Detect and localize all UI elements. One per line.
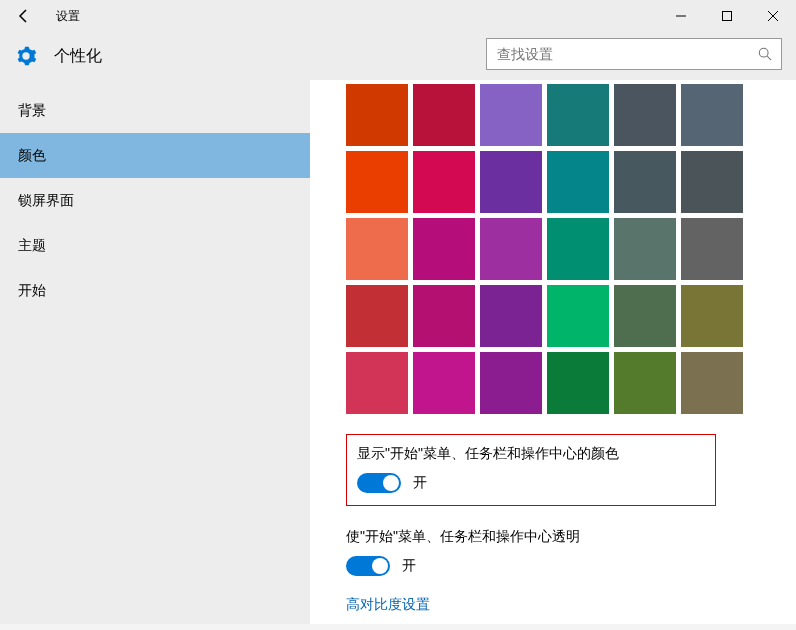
svg-line-5	[767, 56, 771, 60]
transparency-toggle[interactable]	[346, 556, 390, 576]
color-swatch-16[interactable]	[614, 218, 676, 280]
svg-rect-1	[723, 12, 732, 21]
color-swatch-24[interactable]	[346, 352, 408, 414]
bottom-edge	[0, 624, 796, 630]
color-swatch-10[interactable]	[614, 151, 676, 213]
search-box[interactable]	[486, 38, 782, 70]
maximize-button[interactable]	[704, 0, 750, 32]
color-swatch-19[interactable]	[413, 285, 475, 347]
color-swatch-25[interactable]	[413, 352, 475, 414]
color-swatch-3[interactable]	[547, 84, 609, 146]
show-color-state: 开	[413, 474, 427, 492]
sidebar-item-4[interactable]: 开始	[0, 268, 310, 313]
close-button[interactable]	[750, 0, 796, 32]
color-swatch-12[interactable]	[346, 218, 408, 280]
color-swatch-21[interactable]	[547, 285, 609, 347]
close-icon	[767, 10, 779, 22]
color-swatch-18[interactable]	[346, 285, 408, 347]
search-input[interactable]	[487, 46, 749, 62]
sidebar-item-0[interactable]: 背景	[0, 88, 310, 133]
color-swatch-14[interactable]	[480, 218, 542, 280]
back-button[interactable]	[0, 0, 48, 32]
color-swatch-17[interactable]	[681, 218, 743, 280]
color-swatch-2[interactable]	[480, 84, 542, 146]
sidebar-item-1[interactable]: 颜色	[0, 133, 310, 178]
color-swatch-23[interactable]	[681, 285, 743, 347]
color-swatch-8[interactable]	[480, 151, 542, 213]
color-swatch-22[interactable]	[614, 285, 676, 347]
color-swatch-5[interactable]	[681, 84, 743, 146]
sidebar-item-3[interactable]: 主题	[0, 223, 310, 268]
transparency-label: 使"开始"菜单、任务栏和操作中心透明	[346, 528, 796, 546]
maximize-icon	[721, 10, 733, 22]
sidebar-item-2[interactable]: 锁屏界面	[0, 178, 310, 223]
sidebar: 背景颜色锁屏界面主题开始	[0, 80, 310, 630]
color-swatch-26[interactable]	[480, 352, 542, 414]
color-swatch-20[interactable]	[480, 285, 542, 347]
search-icon	[749, 47, 781, 61]
show-color-toggle[interactable]	[357, 473, 401, 493]
transparency-state: 开	[402, 557, 416, 575]
color-swatch-6[interactable]	[346, 151, 408, 213]
minimize-button[interactable]	[658, 0, 704, 32]
page-title: 个性化	[54, 46, 102, 67]
svg-point-4	[759, 48, 768, 57]
color-swatch-11[interactable]	[681, 151, 743, 213]
color-swatch-7[interactable]	[413, 151, 475, 213]
window-title: 设置	[56, 8, 80, 25]
back-arrow-icon	[16, 8, 32, 24]
main-content: 显示"开始"菜单、任务栏和操作中心的颜色 开 使"开始"菜单、任务栏和操作中心透…	[310, 80, 796, 630]
color-swatch-0[interactable]	[346, 84, 408, 146]
highlighted-setting: 显示"开始"菜单、任务栏和操作中心的颜色 开	[346, 434, 716, 506]
minimize-icon	[675, 10, 687, 22]
color-swatch-15[interactable]	[547, 218, 609, 280]
color-swatch-4[interactable]	[614, 84, 676, 146]
color-swatch-27[interactable]	[547, 352, 609, 414]
color-swatch-29[interactable]	[681, 352, 743, 414]
high-contrast-link[interactable]: 高对比度设置	[346, 596, 430, 614]
color-swatch-28[interactable]	[614, 352, 676, 414]
color-swatch-1[interactable]	[413, 84, 475, 146]
color-swatch-13[interactable]	[413, 218, 475, 280]
show-color-label: 显示"开始"菜单、任务栏和操作中心的颜色	[357, 445, 705, 463]
gear-icon	[14, 44, 38, 68]
color-swatch-9[interactable]	[547, 151, 609, 213]
color-palette	[346, 84, 796, 414]
